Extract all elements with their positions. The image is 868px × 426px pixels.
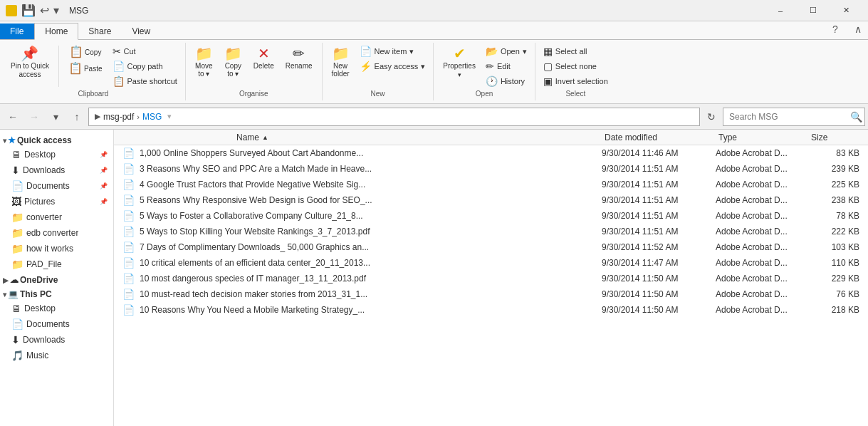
paste-button[interactable]: 📋 Paste bbox=[63, 61, 108, 76]
open-col: 📂 Open ▾ ✏ Edit 🕐 History bbox=[482, 44, 530, 88]
table-row[interactable]: 📄 7 Days of Complimentary Downloads_ 50,… bbox=[114, 239, 868, 255]
sidebar: ▾ ★ Quick access 🖥 Desktop 📌 ⬇ Downloads… bbox=[0, 130, 114, 426]
address-part-1[interactable]: msg-pdf bbox=[103, 112, 134, 122]
delete-button[interactable]: ✕ Delete bbox=[249, 44, 279, 72]
sidebar-item-downloads-pc[interactable]: ⬇ Downloads bbox=[0, 332, 113, 348]
address-part-2[interactable]: MSG bbox=[142, 112, 162, 122]
paste-shortcut-button[interactable]: 📋 Paste shortcut bbox=[109, 74, 181, 88]
file-date: 9/30/2014 11:51 AM bbox=[602, 164, 716, 174]
copy-button[interactable]: 📋 Copy bbox=[63, 44, 108, 60]
sidebar-item-desktop-quick[interactable]: 🖥 Desktop 📌 bbox=[0, 147, 113, 162]
cut-button[interactable]: ✂ Cut bbox=[109, 44, 181, 58]
clipboard-label: Clipboard bbox=[78, 90, 109, 99]
easy-access-button[interactable]: ⚡ Easy access ▾ bbox=[356, 59, 429, 73]
move-to-button[interactable]: 📁 Moveto ▾ bbox=[190, 44, 218, 80]
select-none-label: Select none bbox=[555, 62, 597, 71]
onedrive-header[interactable]: ▶ ☁ OneDrive bbox=[0, 272, 113, 286]
table-row[interactable]: 📄 1,000 Online Shoppers Surveyed About C… bbox=[114, 145, 868, 161]
history-button[interactable]: 🕐 History bbox=[482, 74, 530, 88]
copy-paste-col: 📋 Copy 📋 Paste bbox=[63, 44, 108, 76]
downloads-icon: ⬇ bbox=[11, 165, 20, 176]
sidebar-item-documents-quick[interactable]: 📄 Documents 📌 bbox=[0, 178, 113, 194]
invert-selection-button[interactable]: ▣ Invert selection bbox=[540, 74, 612, 88]
sidebar-item-pictures-quick[interactable]: 🖼 Pictures 📌 bbox=[0, 194, 113, 209]
refresh-button[interactable]: ↻ bbox=[701, 107, 721, 127]
search-submit-button[interactable]: 🔍 bbox=[850, 111, 862, 123]
file-date: 9/30/2014 11:50 AM bbox=[602, 305, 716, 315]
new-item-button[interactable]: 📄 New item ▾ bbox=[356, 44, 429, 58]
music-pc-icon: 🎵 bbox=[11, 350, 23, 361]
pin-quick-access-button[interactable]: 📌 Pin to Quickaccess bbox=[6, 44, 54, 81]
back-button[interactable]: ← bbox=[3, 107, 23, 127]
tab-view[interactable]: View bbox=[122, 24, 161, 39]
quick-dropdown-btn[interactable]: ▾ bbox=[52, 2, 61, 19]
col-header-name[interactable]: Name ▲ bbox=[117, 133, 602, 142]
table-row[interactable]: 📄 10 critical elements of an efficient d… bbox=[114, 255, 868, 271]
file-type: Adobe Acrobat D... bbox=[716, 305, 808, 315]
properties-button[interactable]: ✔ Properties ▾ bbox=[438, 44, 481, 80]
table-row[interactable]: 📄 10 Reasons Why You Need a Mobile Marke… bbox=[114, 302, 868, 318]
col-header-size[interactable]: Size bbox=[808, 133, 865, 142]
quick-save-btn[interactable]: 💾 bbox=[20, 2, 37, 19]
window-controls: – ☐ ✕ bbox=[764, 0, 862, 21]
new-label: New bbox=[370, 90, 385, 99]
new-folder-button[interactable]: 📁 Newfolder bbox=[327, 44, 355, 80]
col-header-type[interactable]: Type bbox=[716, 133, 808, 142]
sidebar-item-documents-pc[interactable]: 📄 Documents bbox=[0, 316, 113, 332]
table-row[interactable]: 📄 4 Google Trust Factors that Provide Ne… bbox=[114, 177, 868, 192]
sidebar-item-desktop-pc[interactable]: 🖥 Desktop bbox=[0, 301, 113, 316]
ribbon-collapse-btn[interactable]: ∧ bbox=[848, 19, 868, 39]
pdf-icon: 📄 bbox=[122, 241, 135, 253]
table-row[interactable]: 📄 3 Reasons Why SEO and PPC Are a Match … bbox=[114, 161, 868, 177]
new-item-label: New item bbox=[375, 47, 407, 56]
edit-button[interactable]: ✏ Edit bbox=[482, 59, 530, 73]
new-item-icon: 📄 bbox=[360, 46, 372, 57]
this-pc-header[interactable]: ▾ 💻 This PC bbox=[0, 286, 113, 301]
edit-label: Edit bbox=[497, 62, 511, 71]
table-row[interactable]: 📄 5 Reasons Why Responsive Web Design is… bbox=[114, 192, 868, 208]
sidebar-item-pad-file[interactable]: 📁 PAD_File bbox=[0, 256, 113, 272]
ribbon-help-btn[interactable]: ? bbox=[825, 19, 845, 39]
table-row[interactable]: 📄 10 most dangerous species of IT manage… bbox=[114, 271, 868, 286]
pdf-icon: 📄 bbox=[122, 163, 135, 175]
copy-path-button[interactable]: 📄 Copy path bbox=[109, 59, 181, 73]
tab-share[interactable]: Share bbox=[78, 24, 122, 39]
file-date: 9/30/2014 11:52 AM bbox=[602, 242, 716, 252]
select-all-button[interactable]: ▦ Select all bbox=[540, 44, 612, 58]
sidebar-item-music-pc[interactable]: 🎵 Music bbox=[0, 348, 113, 363]
pdf-icon: 📄 bbox=[122, 226, 135, 237]
sidebar-item-downloads-quick[interactable]: ⬇ Downloads 📌 bbox=[0, 162, 113, 178]
file-type: Adobe Acrobat D... bbox=[716, 148, 808, 158]
table-row[interactable]: 📄 5 Ways to Stop Killing Your Website Ra… bbox=[114, 224, 868, 239]
file-size: 225 KB bbox=[808, 180, 865, 189]
minimize-button[interactable]: – bbox=[764, 0, 797, 21]
copy-to-button[interactable]: 📁 Copyto ▾ bbox=[219, 44, 247, 80]
file-type: Adobe Acrobat D... bbox=[716, 180, 808, 189]
table-row[interactable]: 📄 5 Ways to Foster a Collaborative Compa… bbox=[114, 208, 868, 224]
close-button[interactable]: ✕ bbox=[830, 0, 862, 21]
col-header-date[interactable]: Date modified bbox=[602, 133, 716, 142]
search-input[interactable] bbox=[723, 108, 865, 126]
easy-access-arrow: ▾ bbox=[421, 62, 425, 71]
table-row[interactable]: 📄 10 must-read tech decision maker stori… bbox=[114, 286, 868, 302]
up-button[interactable]: ↑ bbox=[67, 107, 87, 127]
tab-home[interactable]: Home bbox=[34, 23, 78, 40]
open-button[interactable]: 📂 Open ▾ bbox=[482, 44, 530, 58]
sidebar-item-how-it-works[interactable]: 📁 how it works bbox=[0, 241, 113, 256]
select-none-button[interactable]: ▢ Select none bbox=[540, 59, 612, 73]
quick-undo-btn[interactable]: ↩ bbox=[38, 2, 51, 19]
file-date: 9/30/2014 11:51 AM bbox=[602, 211, 716, 221]
quick-access-label: ★ bbox=[8, 135, 16, 145]
maximize-button[interactable]: ☐ bbox=[797, 0, 830, 21]
forward-button[interactable]: → bbox=[24, 107, 44, 127]
rename-button[interactable]: ✏ Rename bbox=[281, 44, 318, 72]
address-bar[interactable]: ▶ msg-pdf › MSG ▾ bbox=[88, 108, 700, 126]
pictures-icon: 🖼 bbox=[11, 196, 21, 207]
recent-button[interactable]: ▾ bbox=[46, 107, 66, 127]
main-content: ▾ ★ Quick access 🖥 Desktop 📌 ⬇ Downloads… bbox=[0, 130, 868, 426]
sidebar-item-converter[interactable]: 📁 converter bbox=[0, 209, 113, 225]
quick-access-header[interactable]: ▾ ★ Quick access bbox=[0, 133, 113, 147]
tab-file[interactable]: File bbox=[0, 24, 34, 39]
file-icon-cell: 📄 bbox=[117, 163, 140, 175]
sidebar-item-edb-converter[interactable]: 📁 edb converter bbox=[0, 225, 113, 241]
